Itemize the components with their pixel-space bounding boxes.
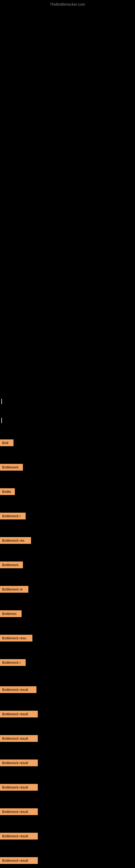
bottleneck-item-6[interactable]: Bottleneck — [0, 561, 23, 568]
bottleneck-item-16[interactable]: Bottleneck result — [0, 808, 38, 815]
site-title: TheBottlenecker.com — [50, 2, 85, 6]
bottleneck-item-4[interactable]: Bottleneck r — [0, 513, 26, 520]
bottleneck-item-5[interactable]: Bottleneck res — [0, 537, 31, 544]
cursor-line-1 — [1, 399, 2, 404]
bottleneck-item-15[interactable]: Bottleneck result — [0, 784, 38, 791]
bottleneck-item-7[interactable]: Bottleneck re — [0, 586, 28, 593]
bottleneck-item-18[interactable]: Bottleneck result — [0, 857, 38, 864]
cursor-line-2 — [1, 418, 2, 423]
bottleneck-item-9[interactable]: Bottleneck resu — [0, 635, 32, 642]
bottleneck-item-14[interactable]: Bottleneck result — [0, 760, 38, 766]
bottleneck-item-11[interactable]: Bottleneck result — [0, 686, 37, 693]
bottleneck-item-2[interactable]: Bottleneck — [0, 464, 23, 471]
bottleneck-item-17[interactable]: Bottleneck result — [0, 833, 38, 839]
bottleneck-item-1[interactable]: Bott — [0, 439, 13, 446]
bottleneck-item-8[interactable]: Bottlenec — [0, 610, 21, 617]
bottleneck-item-13[interactable]: Bottleneck result — [0, 735, 38, 742]
bottleneck-item-12[interactable]: Bottleneck result — [0, 711, 38, 717]
bottleneck-item-3[interactable]: Bottle — [0, 488, 15, 495]
bottleneck-item-10[interactable]: Bottleneck r — [0, 659, 26, 666]
